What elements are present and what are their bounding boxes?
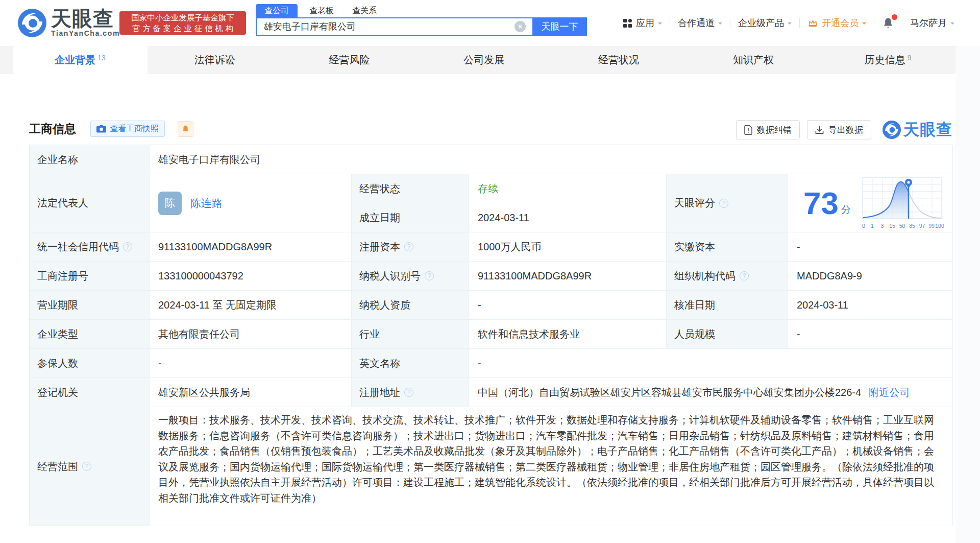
label-score: 天眼评分? (667, 174, 788, 232)
search-input[interactable] (256, 17, 532, 36)
tianyancha-watermark: 天眼查 (883, 119, 952, 140)
label-registered-address: 注册地址? (352, 378, 469, 407)
score-number: 73 (803, 187, 839, 219)
label-english-name: 英文名称 (352, 349, 469, 378)
nav-partnership[interactable]: 合作通道 (678, 17, 722, 29)
value-insured-count: - (150, 349, 352, 378)
tianyancha-logo-icon (18, 9, 46, 37)
label-status: 经营状态 (352, 174, 469, 203)
monitor-bell-button[interactable] (178, 121, 193, 137)
clear-search-icon[interactable]: × (514, 21, 526, 32)
avatar: 陈 (158, 192, 182, 215)
label-legal-rep: 法定代表人 (30, 174, 150, 232)
label-staff-size: 人员规模 (667, 320, 788, 349)
nav-enterprise-products[interactable]: 企业级产品 (738, 17, 792, 29)
help-icon[interactable]: ? (404, 242, 413, 251)
notifications-bell[interactable] (882, 17, 894, 29)
tab-legal-proceedings[interactable]: 法律诉讼 (148, 46, 282, 74)
label-credit-code: 统一社会信用代码? (30, 232, 150, 262)
brand-domain: TianYanCha.com (51, 29, 120, 37)
section-title: 工商信息 (29, 121, 76, 137)
label-registered-capital: 注册资本? (352, 232, 469, 262)
tab-company-development[interactable]: 公司发展 (416, 46, 551, 74)
chevron-down-icon (788, 22, 792, 27)
label-registry-authority: 登记机关 (30, 378, 150, 407)
header: 天眼查 TianYanCha.com 国家中小企业发展子基金旗下 官方备案企业征… (0, 0, 980, 46)
value-paid-capital: - (788, 232, 953, 262)
help-icon[interactable]: ? (425, 271, 434, 280)
value-established-date: 2024-03-11 (469, 203, 667, 232)
value-staff-size: - (788, 320, 953, 349)
search-tabs: 查公司 查老板 查关系 (256, 4, 587, 17)
status-badge: 存续 (478, 182, 498, 196)
notification-dot (892, 14, 897, 20)
help-icon[interactable]: ? (740, 271, 749, 280)
value-business-scope: 一般项目：技术服务、技术开发、技术咨询、技术交流、技术转让、技术推广；软件开发；… (150, 407, 953, 526)
tab-history-info[interactable]: 历史信息9 (821, 46, 955, 74)
business-snapshot-button[interactable]: 查看工商快照 (90, 121, 165, 137)
value-approval-date: 2024-03-11 (788, 291, 953, 320)
header-nav: 应用 合作通道 企业级产品 开通会员 (623, 0, 954, 46)
label-approval-date: 核准日期 (667, 291, 788, 320)
value-taxpayer-id: 91133100MADDG8A99R (469, 262, 667, 291)
apps-grid-icon (623, 18, 632, 28)
tab-operation-risk[interactable]: 经营风险 (282, 46, 417, 74)
page-gutter (955, 46, 980, 543)
chevron-down-icon (862, 22, 866, 27)
search-area: 查公司 查老板 查关系 × 天眼一下 (256, 4, 587, 36)
label-taxpayer-id: 纳税人识别号? (352, 262, 469, 291)
bell-icon (181, 125, 190, 133)
value-status: 存续 (469, 174, 667, 203)
help-icon[interactable]: ? (82, 462, 91, 471)
chevron-down-icon (658, 22, 662, 27)
label-paid-capital: 实缴资本 (667, 232, 788, 262)
help-icon[interactable]: ? (123, 242, 132, 251)
search-tab-relation[interactable]: 查关系 (347, 4, 382, 17)
search-button[interactable]: 天眼一下 (532, 17, 587, 36)
value-org-code: MADDG8A9-9 (788, 262, 953, 291)
nearby-companies-link[interactable]: 附近公司 (869, 386, 910, 399)
label-established-date: 成立日期 (352, 203, 469, 232)
tab-operating-status[interactable]: 经营状况 (551, 46, 686, 74)
nav-apps[interactable]: 应用 (623, 17, 662, 29)
label-business-term: 营业期限 (30, 291, 150, 320)
label-insured-count: 参保人数 (30, 349, 150, 378)
camera-icon (96, 125, 106, 133)
score-unit: 分 (841, 203, 851, 217)
data-correction-button[interactable]: 数据纠错 (736, 120, 800, 139)
search-tab-company[interactable]: 查公司 (256, 4, 298, 17)
username: 马尔萨月 (910, 17, 947, 29)
section-tabs: 企业背景13 法律诉讼 经营风险 公司发展 经营状况 知识产权 历史信息9 (0, 46, 955, 74)
download-icon (815, 126, 824, 134)
chart-x-axis: 0 1 3 15 50 85 97 99 100 (862, 223, 942, 229)
value-credit-code: 91133100MADDG8A99R (150, 232, 352, 262)
tab-intellectual-property[interactable]: 知识产权 (686, 46, 821, 74)
value-company-type: 其他有限责任公司 (150, 320, 352, 349)
value-legal-rep: 陈 陈连路 (150, 174, 352, 232)
document-alert-icon (744, 125, 752, 135)
label-company-type: 企业类型 (30, 320, 150, 349)
nav-vip-membership[interactable]: 开通会员 (807, 17, 866, 29)
export-data-button[interactable]: 导出数据 (807, 120, 871, 139)
help-icon[interactable]: ? (404, 388, 413, 397)
tab-company-background[interactable]: 企业背景13 (13, 46, 148, 74)
search-tab-boss[interactable]: 查老板 (304, 4, 339, 17)
chevron-down-icon (950, 22, 954, 27)
value-registry-authority: 雄安新区公共服务局 (150, 378, 352, 407)
business-info-table: 企业名称 雄安电子口岸有限公司 法定代表人 陈 陈连路 经营状态 存续 天眼评分… (29, 145, 952, 526)
legal-rep-link[interactable]: 陈连路 (190, 196, 223, 210)
crown-icon (807, 19, 818, 28)
user-menu[interactable]: 马尔萨月 (910, 17, 954, 29)
badge-line2: 官方备案企业征信机构 (130, 23, 236, 34)
label-registration-number: 工商注册号 (30, 262, 150, 291)
help-icon[interactable]: ? (719, 199, 728, 208)
value-taxpayer-quality: - (469, 291, 667, 320)
value-company-name: 雄安电子口岸有限公司 (150, 145, 953, 174)
brand-name: 天眼查 (51, 8, 120, 29)
badge-line1: 国家中小企业发展子基金旗下 (131, 12, 234, 23)
tianyancha-logo[interactable]: 天眼查 TianYanCha.com (18, 8, 120, 37)
label-industry: 行业 (352, 320, 469, 349)
score-distribution-chart: 0 1 3 15 50 85 97 99 100 (862, 177, 942, 229)
value-industry: 软件和信息技术服务业 (469, 320, 667, 349)
value-english-name: - (469, 349, 953, 378)
